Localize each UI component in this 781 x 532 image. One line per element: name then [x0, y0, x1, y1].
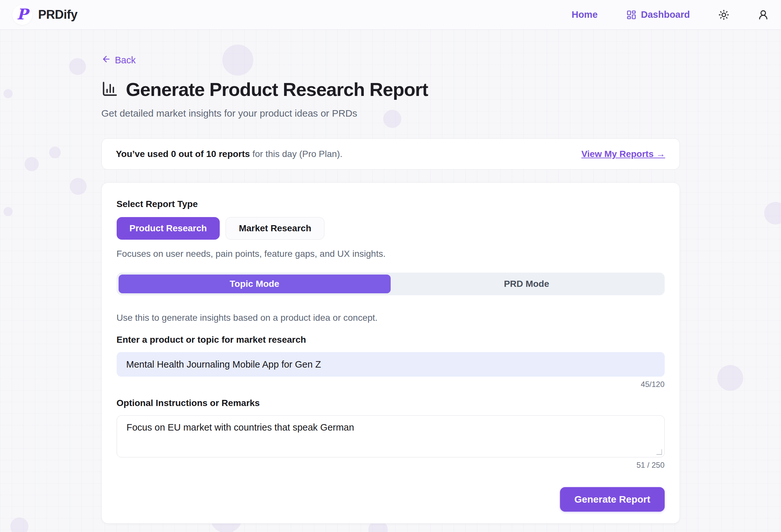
- main-content: Back Generate Product Research Report Ge…: [101, 30, 680, 524]
- logo-letter: P: [17, 7, 28, 21]
- home-label: Home: [572, 9, 598, 20]
- submit-row: Generate Report: [117, 487, 665, 512]
- sun-icon: [718, 9, 729, 20]
- nav-link-home[interactable]: Home: [572, 9, 598, 20]
- usage-plan-text: for this day (Pro Plan).: [250, 149, 342, 159]
- dashboard-icon: [626, 10, 636, 20]
- app-logo: P: [12, 5, 32, 25]
- background-circle: [10, 518, 29, 532]
- bar-chart-icon: [101, 80, 118, 98]
- topic-label: Enter a product or topic for market rese…: [117, 335, 665, 345]
- view-my-reports-link[interactable]: View My Reports →: [581, 149, 665, 159]
- page-subtitle: Get detailed market insights for your pr…: [101, 108, 680, 119]
- nav-link-dashboard[interactable]: Dashboard: [626, 9, 690, 20]
- background-circle: [717, 365, 743, 391]
- page-title: Generate Product Research Report: [126, 79, 428, 100]
- user-icon: [758, 9, 769, 20]
- navbar: P PRDify Home Dashboard: [0, 0, 781, 30]
- theme-toggle-button[interactable]: [718, 9, 729, 20]
- generate-report-button[interactable]: Generate Report: [560, 487, 664, 512]
- back-link[interactable]: Back: [101, 54, 136, 66]
- background-circle: [49, 147, 61, 158]
- report-type-options: Product Research Market Research: [117, 217, 665, 240]
- brand-name: PRDify: [38, 8, 78, 21]
- mode-description: Use this to generate insights based on a…: [117, 313, 665, 323]
- topic-input[interactable]: [117, 352, 665, 376]
- report-type-market-button[interactable]: Market Research: [225, 217, 324, 240]
- background-circle: [764, 202, 781, 224]
- mode-topic-segment[interactable]: Topic Mode: [119, 274, 390, 293]
- report-type-description: Focuses on user needs, pain points, feat…: [117, 249, 665, 259]
- background-circle: [69, 58, 86, 75]
- report-form-card: Select Report Type Product Research Mark…: [101, 182, 680, 524]
- background-circle: [25, 157, 39, 171]
- dashboard-label: Dashboard: [641, 9, 690, 20]
- remarks-counter: 51 / 250: [117, 460, 665, 470]
- background-circle: [4, 89, 12, 98]
- background-circle: [4, 207, 12, 216]
- mode-toggle: Topic Mode PRD Mode: [117, 273, 665, 295]
- mode-prd-segment[interactable]: PRD Mode: [390, 274, 663, 293]
- remarks-textarea[interactable]: Focus on EU market with countries that s…: [117, 415, 665, 457]
- usage-text: You’ve used 0 out of 10 reports for this…: [116, 149, 342, 159]
- remarks-label: Optional Instructions or Remarks: [117, 398, 665, 408]
- brand-group: P PRDify: [12, 5, 78, 25]
- back-label: Back: [115, 55, 136, 65]
- remarks-field: Focus on EU market with countries that s…: [117, 415, 665, 457]
- topic-counter: 45/120: [117, 380, 665, 389]
- background-circle: [70, 178, 87, 195]
- nav-links: Home Dashboard: [572, 9, 769, 20]
- report-type-product-button[interactable]: Product Research: [117, 217, 220, 240]
- usage-count-text: You’ve used 0 out of 10 reports: [116, 149, 250, 159]
- usage-banner: You’ve used 0 out of 10 reports for this…: [101, 138, 680, 170]
- arrow-left-icon: [101, 54, 111, 66]
- page-header: Generate Product Research Report: [101, 79, 680, 100]
- user-menu-button[interactable]: [758, 9, 769, 20]
- report-type-label: Select Report Type: [117, 199, 665, 209]
